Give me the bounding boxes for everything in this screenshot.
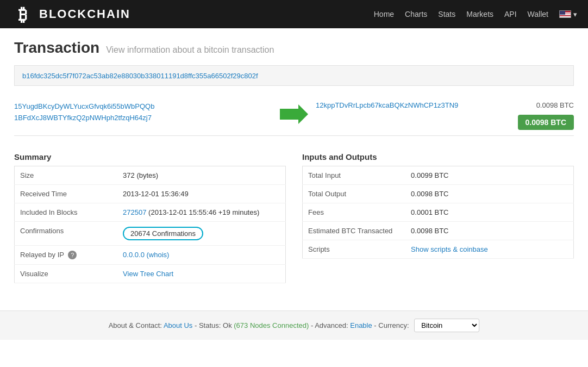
enable-link[interactable]: Enable [350,321,372,329]
summary-received-label: Received Time [15,185,118,203]
show-scripts-link[interactable]: Show scripts & coinbase [411,245,488,253]
estimated-btc-value: 0.0098 BTC [405,222,573,240]
nav-stats[interactable]: Stats [438,10,455,18]
tx-total-btc-badge: 0.0098 BTC [518,115,574,130]
main-content: Transaction View information about a bit… [6,28,582,310]
table-row: Estimated BTC Transacted 0.0098 BTC [303,222,574,240]
tx-output-row: 12kppTDvRrLpcb67kcaBQKzNWhCP1z3TN9 0.009… [316,101,574,109]
scripts-label: Scripts [303,240,406,259]
summary-block-value: 272507 (2013-12-01 15:55:46 +19 minutes) [117,203,285,222]
footer-separator-1: - [195,321,199,329]
table-row: Relayed by IP ? 0.0.0.0 (whois) [15,246,286,265]
flag-icon [559,10,571,18]
header: ₿ BLOCKCHAIN Home Charts Stats Markets A… [0,0,588,28]
total-input-label: Total Input [303,166,406,185]
fees-value: 0.0001 BTC [405,203,573,222]
tx-input-addr-1-link[interactable]: 15YugdBKcyDyWLYucxGfvqk6i55bWbPQQb [14,101,272,113]
tx-input-addr-2: 1BFdXcJ8WBTYfkzQ2pNWHph2tfzqH64zj7 [14,113,272,124]
summary-block-label: Included In Blocks [15,203,118,222]
tx-total-btn: 0.0098 BTC [518,113,574,130]
tx-input-addr-2-link[interactable]: 1BFdXcJ8WBTYfkzQ2pNWHph2tfzqH64zj7 [14,113,272,124]
tx-io-area: 15YugdBKcyDyWLYucxGfvqk6i55bWbPQQb 1BFdX… [14,96,574,136]
table-row: Size 372 (bytes) [15,166,286,185]
currency-label: Currency: [378,321,409,329]
estimated-btc-label: Estimated BTC Transacted [303,222,406,240]
nav-charts[interactable]: Charts [405,10,427,18]
summary-section: Summary Size 372 (bytes) Received Time 2… [14,147,286,283]
nav-markets[interactable]: Markets [466,10,493,18]
currency-select-wrapper: Bitcoin USD EUR GBP [414,319,479,332]
summary-received-value: 2013-12-01 15:36:49 [117,185,285,203]
inputs-outputs-table: Total Input 0.0099 BTC Total Output 0.00… [302,166,574,259]
summary-relayed-label: Relayed by IP ? [15,246,118,265]
fees-label: Fees [303,203,406,222]
summary-confirmations-value: 20674 Confirmations [117,222,285,246]
ip-link[interactable]: 0.0.0.0 [123,251,145,259]
table-row: Total Input 0.0099 BTC [303,166,574,185]
table-row: Scripts Show scripts & coinbase [303,240,574,259]
footer: About & Contact: About Us - Status: Ok (… [0,310,588,340]
status-label: Status: Ok [199,321,232,329]
scripts-value: Show scripts & coinbase [405,240,573,259]
nav-home[interactable]: Home [374,10,394,18]
page-title-area: Transaction View information about a bit… [14,39,574,57]
advanced-label: Advanced: [315,321,348,329]
table-row: Included In Blocks 272507 (2013-12-01 15… [15,203,286,222]
summary-confirmations-label: Confirmations [15,222,118,246]
total-input-value: 0.0099 BTC [405,166,573,185]
chevron-down-icon: ▾ [573,10,577,18]
confirmations-badge: 20674 Confirmations [123,227,203,240]
block-extra: (2013-12-01 15:55:46 +19 minutes) [147,208,260,216]
inputs-outputs-title: Inputs and Outputs [302,147,574,166]
inputs-outputs-section: Inputs and Outputs Total Input 0.0099 BT… [302,147,574,283]
logo-icon: ₿ [11,2,35,26]
language-selector[interactable]: ▾ [559,10,577,18]
summary-size-label: Size [15,166,118,185]
page-title: Transaction [14,39,99,57]
tx-output-amount: 0.0098 BTC [536,101,574,109]
logo-area: ₿ BLOCKCHAIN [11,2,130,26]
svg-text:₿: ₿ [18,5,27,24]
arrow-icon [280,104,308,124]
nav-api[interactable]: API [504,10,517,18]
table-row: Total Output 0.0098 BTC [303,185,574,203]
tx-input-addr-1: 15YugdBKcyDyWLYucxGfvqk6i55bWbPQQb [14,101,272,113]
tx-output-addr-link[interactable]: 12kppTDvRrLpcb67kcaBQKzNWhCP1z3TN9 [316,101,458,109]
nav-wallet[interactable]: Wallet [528,10,548,18]
help-icon[interactable]: ? [68,251,77,259]
total-output-value: 0.0098 BTC [405,185,573,203]
svg-marker-2 [280,104,308,124]
nodes-link[interactable]: (673 Nodes Connected) [234,321,309,329]
nav: Home Charts Stats Markets API Wallet ▾ [374,10,577,18]
tx-hash-bar: b16fdc325dc5f7f072ac53ab82e88030b3380111… [14,65,574,86]
table-row: Received Time 2013-12-01 15:36:49 [15,185,286,203]
block-link[interactable]: 272507 [123,208,146,216]
tx-arrow [272,101,316,124]
currency-dropdown[interactable]: Bitcoin USD EUR GBP [414,319,479,332]
about-us-link[interactable]: About Us [164,321,192,329]
summary-visualize-value: View Tree Chart [117,265,285,283]
page-subtitle: View information about a bitcoin transac… [106,45,274,55]
tx-inputs: 15YugdBKcyDyWLYucxGfvqk6i55bWbPQQb 1BFdX… [14,101,272,124]
two-col-layout: Summary Size 372 (bytes) Received Time 2… [14,147,574,283]
table-row: Confirmations 20674 Confirmations [15,222,286,246]
summary-size-value: 372 (bytes) [117,166,285,185]
summary-visualize-label: Visualize [15,265,118,283]
tx-hash-link[interactable]: b16fdc325dc5f7f072ac53ab82e88030b3380111… [22,72,258,80]
table-row: Visualize View Tree Chart [15,265,286,283]
whois-link[interactable]: (whois) [147,251,170,259]
tx-outputs: 12kppTDvRrLpcb67kcaBQKzNWhCP1z3TN9 0.009… [316,101,574,130]
about-label: About & Contact: [109,321,162,329]
view-tree-chart-link[interactable]: View Tree Chart [123,270,173,278]
summary-title: Summary [14,147,286,166]
table-row: Fees 0.0001 BTC [303,203,574,222]
logo-text: BLOCKCHAIN [39,7,130,21]
summary-relayed-value: 0.0.0.0 (whois) [117,246,285,265]
summary-table: Size 372 (bytes) Received Time 2013-12-0… [14,166,286,283]
total-output-label: Total Output [303,185,406,203]
